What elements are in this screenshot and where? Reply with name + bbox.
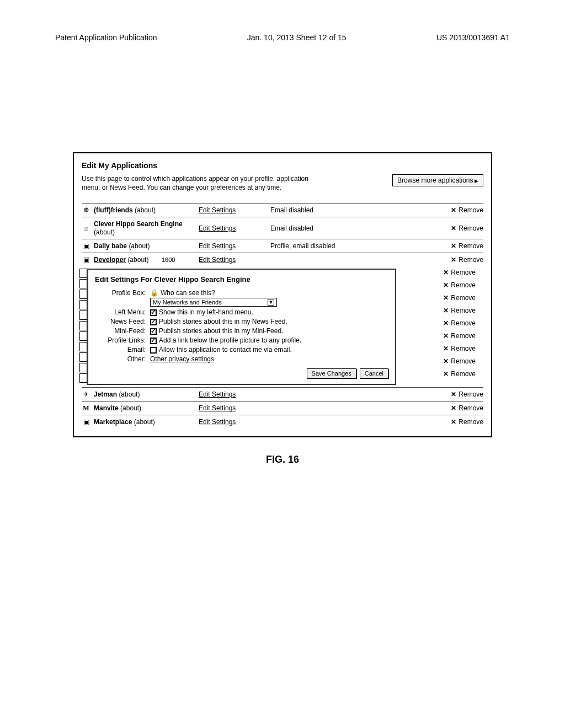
other-privacy-link[interactable]: Other privacy settings <box>150 355 214 363</box>
app-name: Manvite (about) <box>94 404 199 412</box>
app-name: Daily babe (about) <box>94 242 199 250</box>
app-row: ▣ Daily babe (about) Edit Settings Profi… <box>82 239 483 253</box>
app-icon: ✈ <box>82 390 90 398</box>
x-icon: ✕ <box>451 242 456 250</box>
figure-caption: FIG. 16 <box>55 454 510 465</box>
remove-button[interactable]: ✕Remove <box>443 332 476 340</box>
hidden-app-icon <box>79 331 87 341</box>
remove-button[interactable]: ✕Remove <box>451 404 483 412</box>
callout-reference: 1600 <box>162 256 175 263</box>
remove-button[interactable]: ✕Remove <box>443 319 476 327</box>
app-status: Profile, email disabled <box>270 242 370 250</box>
app-row: ☸ (fluff)friends (about) Edit Settings E… <box>82 203 483 217</box>
remove-button[interactable]: ✕Remove <box>443 294 476 302</box>
hidden-app-icon <box>79 321 87 330</box>
remove-button[interactable]: ✕Remove <box>443 345 476 352</box>
header-center: Jan. 10, 2013 Sheet 12 of 15 <box>247 33 347 42</box>
header-right: US 2013/0013691 A1 <box>436 33 510 42</box>
document-header: Patent Application Publication Jan. 10, … <box>55 33 510 42</box>
app-row: ✈ Jetman (about) Edit Settings ✕Remove <box>82 387 483 401</box>
news-feed-checkbox[interactable] <box>150 319 157 325</box>
remove-button[interactable]: ✕Remove <box>443 281 476 289</box>
remove-button[interactable]: ✕Remove <box>451 206 483 214</box>
header-left: Patent Application Publication <box>55 33 157 42</box>
app-name: Marketplace (about) <box>94 418 199 426</box>
hidden-app-icon <box>79 373 87 383</box>
hidden-app-icon <box>79 363 87 372</box>
edit-settings-link[interactable]: Edit Settings <box>199 404 270 412</box>
app-row: ▣ Developer (about) 1600 Edit Settings ✕… <box>82 253 483 266</box>
hidden-app-icon <box>79 269 87 278</box>
profile-box-label: Profile Box: <box>95 289 150 297</box>
remove-column: ✕Remove ✕Remove ✕Remove ✕Remove ✕Remove … <box>443 269 476 378</box>
app-status: Email disabled <box>270 206 370 214</box>
remove-button[interactable]: ✕Remove <box>443 370 476 378</box>
edit-settings-dialog: Edit Settings For Clever Hippo Search En… <box>87 269 396 385</box>
app-icon: ▣ <box>82 256 90 264</box>
x-icon: ✕ <box>443 281 449 289</box>
setting-label: Mini-Feed: <box>95 327 150 335</box>
hidden-app-icon <box>79 352 87 362</box>
obscured-app-icons <box>79 269 87 383</box>
app-row: ☼ Clever Hippo Search Engine (about) Edi… <box>82 217 483 239</box>
app-name: Clever Hippo Search Engine (about) <box>94 220 199 236</box>
setting-label: Email: <box>95 346 150 354</box>
setting-text: Publish stories about this in my Mini-Fe… <box>159 327 283 335</box>
remove-button[interactable]: ✕Remove <box>443 357 476 365</box>
hidden-app-icon <box>79 342 87 351</box>
setting-text: Allow this application to contact me via… <box>159 346 292 354</box>
page-title: Edit My Applications <box>82 161 483 170</box>
dialog-title: Edit Settings For Clever Hippo Search En… <box>95 275 388 283</box>
remove-button[interactable]: ✕Remove <box>443 269 476 276</box>
setting-label: Profile Links: <box>95 336 150 344</box>
app-icon: M <box>82 404 90 412</box>
browse-more-applications-button[interactable]: Browse more applications <box>392 174 483 186</box>
dropdown-value: My Networks and Friends <box>153 299 222 306</box>
edit-settings-link[interactable]: Edit Settings <box>199 224 270 232</box>
remove-button[interactable]: ✕Remove <box>451 256 483 264</box>
save-changes-button[interactable]: Save Changes <box>307 368 356 378</box>
profile-links-checkbox[interactable] <box>150 338 157 344</box>
lock-icon: 🔒 <box>150 289 158 297</box>
cancel-button[interactable]: Cancel <box>360 368 388 378</box>
setting-label: Left Menu: <box>95 308 150 316</box>
x-icon: ✕ <box>443 357 449 365</box>
hidden-app-icon <box>79 311 87 320</box>
setting-text: Show this in my left-hand menu. <box>159 308 253 316</box>
remove-button[interactable]: ✕Remove <box>451 390 483 398</box>
x-icon: ✕ <box>443 307 449 314</box>
setting-label: Other: <box>95 355 150 363</box>
edit-settings-link[interactable]: Edit Settings <box>199 206 270 214</box>
app-row: ▣ Marketplace (about) Edit Settings ✕Rem… <box>82 415 483 429</box>
app-status: Email disabled <box>270 224 370 232</box>
intro-description: Use this page to control which applicati… <box>82 174 324 192</box>
edit-settings-link[interactable]: Edit Settings <box>199 256 270 264</box>
edit-settings-link[interactable]: Edit Settings <box>199 418 270 426</box>
x-icon: ✕ <box>443 319 449 327</box>
privacy-dropdown[interactable]: My Networks and Friends ▼ <box>150 298 277 307</box>
setting-label: News Feed: <box>95 318 150 325</box>
setting-text: Add a link below the profile picture to … <box>159 336 301 344</box>
email-checkbox[interactable] <box>150 347 157 354</box>
x-icon: ✕ <box>451 404 456 412</box>
remove-button[interactable]: ✕Remove <box>451 418 483 426</box>
who-can-see-label: Who can see this? <box>161 289 215 297</box>
mini-feed-checkbox[interactable] <box>150 328 157 335</box>
left-menu-checkbox[interactable] <box>150 309 157 316</box>
remove-button[interactable]: ✕Remove <box>451 242 483 250</box>
remove-button[interactable]: ✕Remove <box>443 307 476 314</box>
x-icon: ✕ <box>451 224 456 232</box>
x-icon: ✕ <box>451 256 456 264</box>
edit-settings-link[interactable]: Edit Settings <box>199 242 270 250</box>
app-name: (fluff)friends (about) <box>94 206 199 214</box>
x-icon: ✕ <box>443 269 449 276</box>
chevron-down-icon: ▼ <box>268 299 274 306</box>
app-row: M Manvite (about) Edit Settings ✕Remove <box>82 401 483 415</box>
x-icon: ✕ <box>443 370 449 378</box>
edit-settings-link[interactable]: Edit Settings <box>199 390 270 398</box>
x-icon: ✕ <box>443 345 449 352</box>
app-icon: ☼ <box>82 224 90 232</box>
app-icon: ▣ <box>82 242 90 250</box>
x-icon: ✕ <box>451 418 456 426</box>
remove-button[interactable]: ✕Remove <box>451 224 483 232</box>
